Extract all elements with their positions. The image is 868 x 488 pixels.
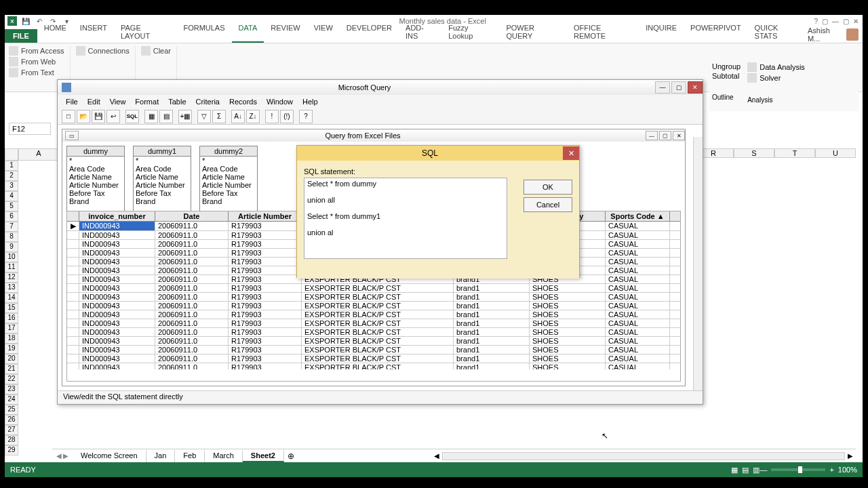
tab-scroll-left-icon[interactable]: ◀ [56,452,62,460]
menu-criteria[interactable]: Criteria [192,96,224,107]
tab-scroll-right-icon[interactable]: ▶ [63,452,68,460]
table-row[interactable]: IND00094320060911.0R179903EXSPORTER BLAC… [67,319,680,328]
table-dummy1[interactable]: dummy1*Area CodeArticle NameArticle Numb… [133,146,191,214]
menu-table[interactable]: Table [164,96,190,107]
tab-formulas[interactable]: FORMULAS [176,21,231,43]
inner-maximize[interactable]: ▢ [659,131,671,140]
view-normal-icon[interactable]: ▦ [731,466,738,474]
hscroll-left-icon[interactable]: ◀ [431,452,442,460]
table-row[interactable]: IND00094320060911.0R179903EXSPORTER BLAC… [67,354,680,363]
sql-dialog-titlebar[interactable]: SQL ✕ [297,146,579,161]
table-dummy[interactable]: dummy*Area CodeArticle NameArticle Numbe… [66,146,125,214]
field-item[interactable]: Area Code [67,165,124,173]
zoom-out-icon[interactable]: — [760,466,767,474]
tb-new-icon[interactable]: □ [62,110,75,123]
save-icon[interactable]: 💾 [21,16,31,26]
sheet-tab-feb[interactable]: Feb [175,450,205,462]
row-header[interactable]: 9 [5,242,18,252]
field-item[interactable]: Article Name [67,173,124,181]
table-row[interactable]: IND00094320060911.0R179903EXSPORTER BLAC… [67,310,680,319]
grid-header[interactable]: invoice_number [79,211,155,221]
tab-insert[interactable]: INSERT [73,21,114,43]
from-access-button[interactable]: From Access [9,46,64,56]
tb-help-icon[interactable]: ? [299,110,313,123]
field-item[interactable]: Article Number [200,181,257,189]
row-header[interactable]: 17 [5,323,18,333]
inner-sysmenu-icon[interactable]: ▭ [65,131,79,140]
col-header-a[interactable]: A [18,148,59,161]
tab-data[interactable]: DATA [232,21,264,43]
sql-dialog-close[interactable]: ✕ [563,146,579,160]
view-break-icon[interactable]: ▥ [753,466,760,474]
menu-file[interactable]: File [62,96,82,107]
from-web-button[interactable]: From Web [9,57,64,66]
add-sheet-button[interactable]: ⊕ [284,451,298,461]
tab-page-layout[interactable]: PAGE LAYOUT [114,21,176,43]
solver-button[interactable]: Solver [747,73,805,83]
table-row[interactable]: IND00094320060911.0R179903EXSPORTER BLAC… [67,337,680,346]
field-item[interactable]: Brand [134,197,191,205]
field-item[interactable]: Brand [200,197,257,205]
row-header[interactable]: 4 [5,191,18,201]
menu-view[interactable]: View [106,96,130,107]
table-row[interactable]: IND00094320060911.0R179903EXSPORTER BLAC… [67,293,680,302]
grid-header[interactable]: Date [155,211,229,221]
menu-format[interactable]: Format [131,96,163,107]
row-header[interactable]: 10 [5,252,18,262]
row-header[interactable]: 20 [5,354,18,364]
field-item[interactable]: * [200,157,257,165]
sheet-tab-jan[interactable]: Jan [146,450,176,462]
hscrollbar[interactable] [442,452,845,460]
field-item[interactable]: * [67,157,124,165]
row-header[interactable]: 24 [5,394,18,405]
subtotal-button[interactable]: Subtotal [712,72,741,80]
row-header[interactable]: 27 [5,425,18,435]
msquery-close[interactable]: ✕ [688,81,703,94]
menu-window[interactable]: Window [262,96,297,107]
view-layout-icon[interactable]: ▤ [742,466,749,474]
ungroup-button[interactable]: Ungroup [712,62,741,70]
ok-button[interactable]: OK [524,180,572,195]
row-header[interactable]: 13 [5,283,18,293]
field-item[interactable]: Area Code [200,165,257,173]
tab-add-ins[interactable]: ADD-INS [399,21,441,43]
row-header[interactable]: 18 [5,333,18,344]
row-header[interactable]: 6 [5,211,18,222]
tb-return-icon[interactable]: ↩ [106,110,120,123]
row-header[interactable]: 26 [5,415,18,425]
col-header-s[interactable]: S [734,148,774,158]
tb-querynow-icon[interactable]: (!) [280,110,294,123]
grid-header[interactable]: Article Number [229,211,302,221]
zoom-slider[interactable] [771,468,825,471]
row-header[interactable]: 14 [5,293,18,303]
row-header[interactable]: 29 [5,445,18,455]
select-all-corner[interactable] [5,148,18,161]
zoom-in-icon[interactable]: + [829,466,833,474]
field-item[interactable]: Article Number [134,181,191,189]
tab-review[interactable]: REVIEW [264,21,307,43]
tab-developer[interactable]: DEVELOPER [340,21,399,43]
grid-header[interactable] [67,211,79,221]
file-tab[interactable]: FILE [5,29,37,43]
table-row[interactable]: IND00094320060911.0R179903EXSPORTER BLAC… [67,284,680,293]
help-icon[interactable]: ? [814,18,818,25]
row-header[interactable]: 7 [5,222,18,232]
field-item[interactable]: Article Name [134,173,191,181]
msquery-titlebar[interactable]: Microsoft Query — ▢ ✕ [58,80,703,95]
field-item[interactable]: Before Tax [134,189,191,197]
hscroll-right-icon[interactable]: ▶ [845,452,856,460]
row-header[interactable]: 11 [5,262,18,272]
row-header[interactable]: 25 [5,405,18,415]
table-row[interactable]: IND00094320060911.0R179903EXSPORTER BLAC… [67,346,680,354]
tb-sql-icon[interactable]: SQL [125,110,139,123]
tb-tables-icon[interactable]: ▦ [144,110,158,123]
tb-addtable-icon[interactable]: +▦ [178,110,192,123]
tab-quick-stats[interactable]: QUICK STATS [748,21,808,43]
menu-help[interactable]: Help [298,96,322,107]
tab-inquire[interactable]: INQUIRE [639,21,684,43]
row-header[interactable]: 5 [5,201,18,211]
connections-button[interactable]: Connections [76,46,130,56]
name-box[interactable] [9,123,51,135]
cancel-button[interactable]: Cancel [524,197,572,212]
msquery-maximize[interactable]: ▢ [671,81,686,94]
